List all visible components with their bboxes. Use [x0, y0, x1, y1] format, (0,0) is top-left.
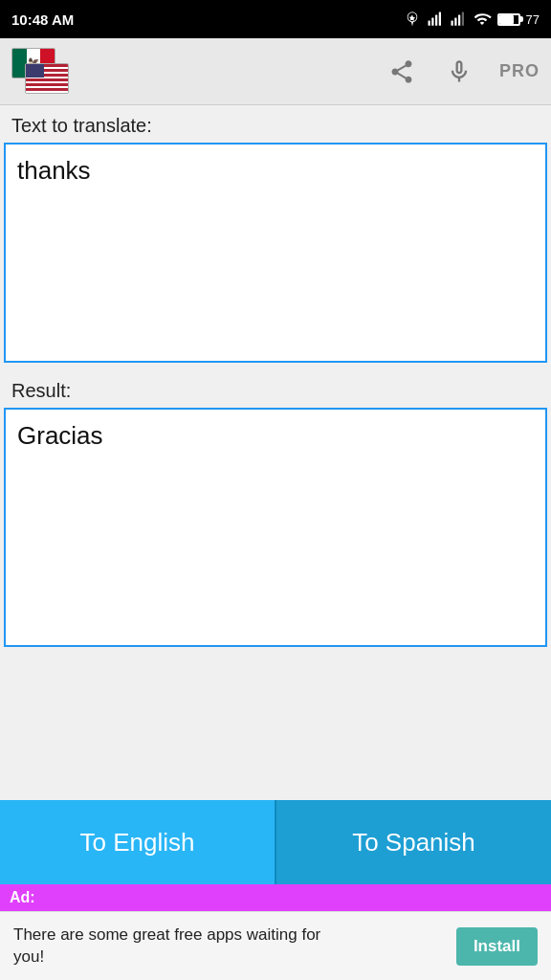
- result-label: Result:: [0, 370, 551, 408]
- status-time: 10:48 AM: [11, 11, 74, 28]
- translate-buttons: To English To Spanish: [0, 800, 551, 884]
- signal-icon-1: [427, 11, 444, 28]
- install-button[interactable]: Install: [456, 927, 538, 966]
- svg-rect-7: [461, 12, 463, 26]
- alarm-icon: [404, 11, 421, 28]
- svg-rect-0: [428, 21, 430, 26]
- svg-rect-2: [435, 15, 437, 26]
- toolbar: 🦅 PRO: [0, 38, 551, 105]
- input-wrapper: [0, 143, 551, 370]
- translate-input[interactable]: [4, 143, 547, 363]
- svg-rect-4: [451, 21, 452, 26]
- svg-rect-6: [458, 15, 460, 26]
- battery-percent: 77: [526, 12, 540, 27]
- battery-icon: [497, 13, 520, 26]
- ad-text: There are some great free apps waiting f…: [13, 924, 339, 967]
- status-icons: 77: [404, 11, 540, 28]
- main-content: Text to translate: Result:: [0, 105, 551, 800]
- wifi-icon: [473, 11, 492, 28]
- to-spanish-button[interactable]: To Spanish: [275, 800, 551, 884]
- status-bar: 10:48 AM 77: [0, 0, 551, 38]
- to-english-button[interactable]: To English: [0, 800, 275, 884]
- ad-label: Ad:: [10, 889, 35, 906]
- svg-rect-3: [438, 12, 440, 26]
- mic-icon: [446, 57, 473, 86]
- input-label: Text to translate:: [0, 105, 551, 143]
- share-button[interactable]: [385, 55, 419, 89]
- svg-rect-1: [431, 18, 433, 26]
- share-icon: [388, 58, 415, 85]
- ad-banner: There are some great free apps waiting f…: [0, 911, 551, 980]
- svg-rect-5: [454, 18, 456, 26]
- signal-icon-2: [450, 11, 467, 28]
- mic-button[interactable]: [442, 54, 476, 90]
- toolbar-actions: PRO: [385, 54, 540, 90]
- result-output[interactable]: [4, 408, 547, 647]
- flag-container: 🦅: [11, 48, 69, 96]
- pro-label: PRO: [499, 61, 540, 81]
- ad-bar: Ad:: [0, 884, 551, 911]
- flag-usa: [25, 63, 69, 94]
- result-wrapper: [0, 408, 551, 655]
